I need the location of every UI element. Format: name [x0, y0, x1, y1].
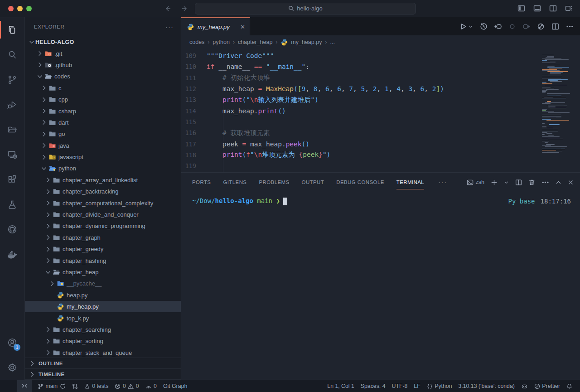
- activity-source-control[interactable]: [0, 67, 24, 92]
- maximize-panel-icon[interactable]: [556, 179, 561, 185]
- status-encoding[interactable]: UTF-8: [389, 380, 411, 392]
- status-problems[interactable]: 00: [111, 380, 142, 392]
- activity-accounts[interactable]: 1: [0, 330, 24, 355]
- status-tests[interactable]: 0 tests: [81, 380, 112, 392]
- breadcrumb-chapter-heap[interactable]: chapter_heap: [238, 39, 272, 45]
- tree-item-go[interactable]: go: [25, 128, 181, 140]
- activity-docker[interactable]: [0, 242, 24, 266]
- close-window-icon[interactable]: [8, 6, 14, 11]
- split-terminal-icon[interactable]: [515, 179, 522, 186]
- section-outline[interactable]: OUTLINE: [25, 358, 181, 369]
- status-cursor-position[interactable]: Ln 1, Col 1: [324, 380, 357, 392]
- breadcrumb-python[interactable]: python: [213, 39, 230, 45]
- split-editor-icon[interactable]: [551, 23, 559, 30]
- tree-item--github[interactable]: .github: [25, 59, 181, 71]
- close-tab-icon[interactable]: ✕: [240, 24, 245, 30]
- panel-tab-output[interactable]: OUTPUT: [302, 173, 324, 192]
- status-ports[interactable]: 0: [142, 380, 160, 392]
- activity-run-and-debug[interactable]: [0, 92, 24, 117]
- toggle-panel-icon[interactable]: [533, 5, 541, 12]
- tree-item-top-k-py[interactable]: top_k.py: [25, 312, 181, 324]
- section-timeline[interactable]: TIMELINE: [25, 369, 181, 380]
- file-history-icon[interactable]: [480, 23, 488, 30]
- tree-item-chapter-greedy[interactable]: chapter_greedy: [25, 243, 181, 255]
- tree-item-c[interactable]: c: [25, 82, 181, 94]
- tree-item-chapter-hashing[interactable]: chapter_hashing: [25, 255, 181, 266]
- status-eol[interactable]: LF: [411, 380, 423, 392]
- launch-profile-dropdown-icon[interactable]: [504, 180, 509, 185]
- tree-item-dart[interactable]: dart: [25, 117, 181, 128]
- status-git-branch[interactable]: main: [34, 380, 69, 392]
- breadcrumb-codes[interactable]: codes: [189, 39, 204, 45]
- tree-item-chapter-divide-and-conquer[interactable]: chapter_divide_and_conquer: [25, 209, 181, 220]
- activity-settings[interactable]: [0, 355, 24, 380]
- status-python-interpreter[interactable]: 3.10.13 ('base': conda): [455, 380, 518, 392]
- open-changes-next-icon[interactable]: [522, 23, 530, 30]
- status-prettier[interactable]: Prettier: [531, 380, 563, 392]
- tree-item-javascript[interactable]: JSjavascript: [25, 151, 181, 163]
- tree-item-chapter-dynamic-programming[interactable]: chapter_dynamic_programming: [25, 220, 181, 232]
- activity-github[interactable]: [0, 217, 24, 242]
- activity-remote-explorer[interactable]: [0, 142, 24, 167]
- status-indentation[interactable]: Spaces: 4: [358, 380, 389, 392]
- minimap[interactable]: [542, 53, 570, 154]
- panel-tab-terminal[interactable]: TERMINAL: [396, 173, 424, 192]
- window-controls[interactable]: [8, 6, 32, 11]
- status-git-compare[interactable]: [69, 380, 81, 392]
- tree-item-my-heap-py[interactable]: my_heap.py: [25, 301, 181, 312]
- terminal[interactable]: ~/Dow/hello-algo main ❯ Py base18:17:16: [181, 192, 580, 380]
- tree-item-chapter-searching[interactable]: chapter_searching: [25, 324, 181, 335]
- navigate-back-icon[interactable]: [164, 5, 171, 12]
- tree-item-chapter-sorting[interactable]: chapter_sorting: [25, 335, 181, 347]
- panel-tab-gitlens[interactable]: GITLENS: [223, 173, 246, 192]
- tree-item-cpp[interactable]: cpp: [25, 94, 181, 105]
- run-python-file-icon[interactable]: [459, 23, 473, 30]
- open-changes-previous-icon[interactable]: [494, 23, 502, 30]
- tree-item--git[interactable]: .git: [25, 48, 181, 59]
- tree-item-csharp[interactable]: csharp: [25, 105, 181, 116]
- status-language-mode[interactable]: Python: [424, 380, 455, 392]
- command-center-search[interactable]: hello-algo: [195, 3, 416, 15]
- close-panel-icon[interactable]: [568, 179, 574, 185]
- activity-folders[interactable]: [0, 117, 24, 142]
- tree-item-hello-algo[interactable]: HELLO-ALGO: [25, 36, 181, 48]
- tab-my-heap-py[interactable]: my_heap.py ✕: [181, 17, 250, 35]
- tree-item-heap-py[interactable]: heap.py: [25, 290, 181, 301]
- launch-profile[interactable]: zsh: [467, 179, 484, 186]
- terminal-more-icon[interactable]: [541, 179, 549, 186]
- activity-search[interactable]: [0, 42, 24, 67]
- tree-item-java[interactable]: java: [25, 140, 181, 151]
- tree-item-chapter-graph[interactable]: chapter_graph: [25, 232, 181, 243]
- tree-item--pycache-[interactable]: __pycache__: [25, 278, 181, 289]
- tree-item-chapter-array-and-linkedlist[interactable]: chapter_array_and_linkedlist: [25, 174, 181, 186]
- panel-more-tabs-icon[interactable]: ···: [438, 179, 447, 186]
- tree-item-chapter-backtracking[interactable]: chapter_backtracking: [25, 186, 181, 197]
- tree-item-chapter-computational-complexity[interactable]: chapter_computational_complexity: [25, 197, 181, 208]
- tree-item-codes[interactable]: codes: [25, 71, 181, 82]
- panel-tab-ports[interactable]: PORTS: [192, 173, 211, 192]
- activity-explorer[interactable]: [0, 17, 24, 42]
- activity-testing[interactable]: [0, 192, 24, 217]
- tree-item-chapter-stack-and-queue[interactable]: chapter_stack_and_queue: [25, 347, 181, 358]
- zoom-window-icon[interactable]: [26, 6, 32, 11]
- split-editor-icon[interactable]: [549, 5, 557, 12]
- status-git-graph[interactable]: Git Graph: [160, 380, 190, 392]
- panel-tab-problems[interactable]: PROBLEMS: [259, 173, 289, 192]
- explorer-more-actions-icon[interactable]: ···: [165, 23, 174, 31]
- status-copilot[interactable]: [518, 380, 531, 392]
- breadcrumb-my-heap-py[interactable]: my_heap.py: [280, 39, 322, 46]
- code-editor[interactable]: 109"""Driver Code"""110if __name__ == "_…: [181, 49, 580, 172]
- kill-terminal-icon[interactable]: [528, 179, 535, 186]
- tree-item-chapter-heap[interactable]: chapter_heap: [25, 266, 181, 278]
- tree-item-python[interactable]: python: [25, 163, 181, 174]
- customize-layout-icon[interactable]: [565, 5, 573, 12]
- gitlens-graph-icon[interactable]: [537, 23, 545, 30]
- breadcrumb--[interactable]: ...: [330, 39, 334, 45]
- new-terminal-icon[interactable]: [491, 179, 498, 186]
- navigate-forward-icon[interactable]: [181, 5, 188, 12]
- toggle-sidebar-icon[interactable]: [517, 5, 525, 12]
- more-actions-icon[interactable]: [566, 23, 574, 30]
- activity-extensions[interactable]: [0, 167, 24, 192]
- panel-tab-debug-console[interactable]: DEBUG CONSOLE: [336, 173, 384, 192]
- minimize-window-icon[interactable]: [17, 6, 23, 11]
